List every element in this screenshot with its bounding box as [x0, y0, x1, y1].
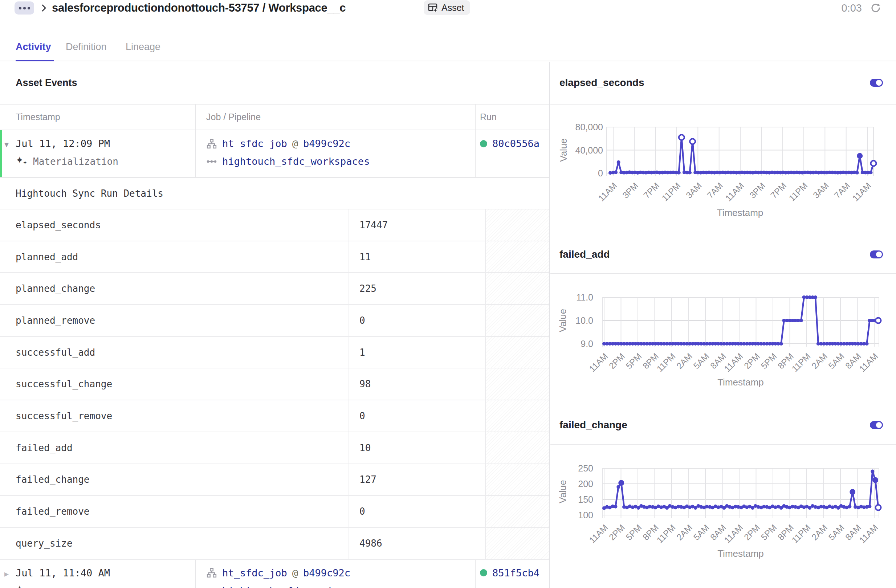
asset-events-title: Asset Events [0, 62, 549, 105]
svg-text:Value: Value [558, 138, 569, 162]
detail-value: 0 [349, 305, 486, 336]
svg-text:Timestamp: Timestamp [718, 377, 764, 388]
asset-icon [427, 2, 438, 13]
svg-text:2AM: 2AM [809, 351, 829, 370]
svg-text:11AM: 11AM [857, 351, 880, 373]
code-version[interactable]: b499c92c [303, 567, 350, 579]
sensor-icon [206, 585, 217, 588]
event-type: ✦✦ Materialization [15, 152, 195, 170]
expand-caret-icon[interactable]: ▸ [5, 569, 9, 579]
detail-value: 0 [349, 401, 486, 431]
detail-empty-cell [486, 305, 549, 336]
run-status-dot-success [480, 140, 487, 147]
svg-text:Timestamp: Timestamp [718, 548, 764, 559]
run-id-link[interactable]: 851f5cb4 [492, 567, 539, 579]
job-link[interactable]: ht_sfdc_job @ b499c92c [206, 564, 475, 582]
detail-value: 4986 [349, 528, 486, 559]
detail-row: elapsed_seconds17447 [0, 209, 549, 241]
svg-text:11AM: 11AM [857, 522, 880, 545]
event-row-expanded[interactable]: ▾ Jul 11, 12:09 PM ✦✦ Materialization ht… [0, 130, 549, 178]
detail-row: query_size4986 [0, 528, 549, 560]
svg-text:80,000: 80,000 [575, 122, 603, 132]
sensor-name[interactable]: hightouch_sfdc_workspaces [222, 585, 370, 588]
job-link[interactable]: ht_sfdc_job @ b499c92c [206, 135, 475, 152]
svg-text:11AM: 11AM [587, 351, 610, 373]
svg-text:150: 150 [578, 494, 593, 504]
detail-row: successful_add1 [0, 337, 549, 369]
svg-text:250: 250 [578, 463, 593, 473]
detail-empty-cell [486, 273, 549, 304]
tab-activity[interactable]: Activity [15, 41, 51, 53]
line-chart-failed-add: 9.010.011.011AM2PM5PM8PM11PM2AM5AM8AM11A… [550, 274, 896, 404]
detail-empty-cell [486, 241, 549, 273]
details-table: elapsed_seconds17447planned_add11planned… [0, 209, 549, 560]
detail-key: successful_add [0, 337, 349, 368]
line-chart-elapsed-seconds: 040,00080,00011AM3PM7PM11PM3AM7AM11AM3PM… [550, 105, 896, 234]
metric-toggle[interactable] [870, 421, 883, 429]
events-table-header: Timestamp Job / Pipeline Run [0, 105, 549, 130]
asset-type-badge: Asset [424, 0, 470, 15]
svg-text:9.0: 9.0 [581, 339, 593, 349]
column-header-run: Run [475, 105, 548, 129]
svg-text:3AM: 3AM [684, 180, 704, 200]
metrics-panel: elapsed_seconds 040,00080,00011AM3PM7PM1… [550, 62, 896, 588]
tab-definition[interactable]: Definition [66, 41, 107, 53]
tab-bar: Activity Definition Lineage [0, 39, 896, 61]
event-row-collapsed[interactable]: ▸ Jul 11, 11:40 AM ✦✦ ht_sfdc_job @ b499… [0, 560, 549, 588]
metric-toggle[interactable] [870, 79, 883, 87]
detail-empty-cell [486, 432, 549, 463]
column-header-job-pipeline: Job / Pipeline [196, 105, 475, 129]
job-name[interactable]: ht_sfdc_job [222, 138, 287, 149]
asset-events-panel: Asset Events Timestamp Job / Pipeline Ru… [0, 62, 550, 588]
event-timestamp: Jul 11, 12:09 PM [15, 135, 195, 152]
run-status-dot-success [480, 569, 487, 576]
detail-value: 11 [349, 241, 486, 273]
detail-row: planned_change225 [0, 273, 549, 305]
active-tab-underline [15, 60, 54, 61]
run-id-link[interactable]: 80c0556a [492, 138, 539, 149]
sensor-link[interactable]: hightouch_sfdc_workspaces [206, 152, 475, 170]
detail-row: failed_add10 [0, 432, 549, 464]
breadcrumb-ellipsis-button[interactable] [15, 2, 34, 15]
svg-text:40,000: 40,000 [575, 145, 603, 155]
asset-badge-label: Asset [442, 3, 464, 13]
detail-row: planned_remove0 [0, 305, 549, 337]
detail-row: successful_remove0 [0, 401, 549, 432]
svg-text:7PM: 7PM [642, 180, 661, 200]
job-name[interactable]: ht_sfdc_job [222, 567, 287, 579]
svg-text:11AM: 11AM [850, 180, 873, 203]
refresh-icon[interactable] [870, 2, 881, 14]
svg-text:11AM: 11AM [723, 180, 746, 203]
svg-text:200: 200 [578, 479, 593, 489]
svg-text:3PM: 3PM [620, 180, 640, 200]
detail-key: successful_remove [0, 401, 349, 431]
refresh-timer: 0:03 [841, 2, 862, 14]
materialization-icon: ✦✦ [15, 584, 28, 588]
metric-toggle[interactable] [870, 250, 883, 259]
svg-text:11AM: 11AM [587, 522, 610, 545]
tab-lineage[interactable]: Lineage [126, 41, 160, 53]
detail-empty-cell [486, 496, 549, 527]
svg-text:2PM: 2PM [742, 351, 762, 370]
svg-text:2PM: 2PM [607, 351, 626, 370]
svg-text:11AM: 11AM [596, 180, 619, 203]
svg-text:2AM: 2AM [809, 522, 829, 542]
sensor-icon [206, 156, 217, 167]
svg-text:11AM: 11AM [722, 351, 745, 373]
svg-text:5PM: 5PM [624, 351, 644, 370]
chart-title: failed_add [559, 248, 610, 260]
svg-text:0: 0 [598, 168, 603, 178]
svg-text:Value: Value [557, 480, 568, 503]
detail-value: 1 [349, 337, 486, 368]
chart-section-failed-add: failed_add 9.010.011.011AM2PM5PM8PM11PM2… [550, 236, 896, 406]
collapse-caret-icon[interactable]: ▾ [5, 139, 9, 149]
code-version[interactable]: b499c92c [303, 138, 350, 149]
svg-text:5AM: 5AM [827, 351, 846, 370]
svg-text:11PM: 11PM [660, 180, 682, 203]
svg-text:5AM: 5AM [827, 522, 846, 542]
detail-key: failed_add [0, 432, 349, 463]
event-type: ✦✦ [15, 582, 195, 588]
sensor-link[interactable]: hightouch_sfdc_workspaces [206, 582, 475, 588]
sensor-name[interactable]: hightouch_sfdc_workspaces [222, 156, 370, 167]
svg-text:11PM: 11PM [787, 180, 809, 203]
